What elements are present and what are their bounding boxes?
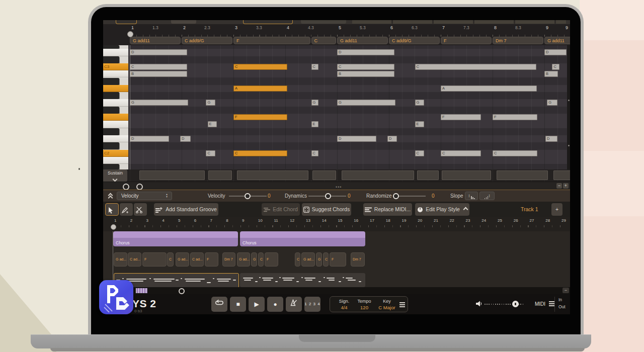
count-in-button[interactable]: 1 2 3 4 (304, 297, 320, 312)
midi-note-D[interactable]: D (544, 49, 567, 55)
partial-tab[interactable] (301, 20, 346, 24)
sustain-block[interactable] (139, 170, 205, 180)
draw-tool-button[interactable] (120, 203, 133, 216)
add-track-button[interactable]: + (551, 203, 562, 216)
midi-note-C[interactable]: C (337, 64, 394, 70)
song-chord-block[interactable]: C (323, 252, 329, 267)
midi-menu-icon[interactable] (549, 303, 554, 304)
chord-chip[interactable]: G add11 (544, 37, 570, 44)
loop-button[interactable] (211, 297, 227, 312)
midi-note-B[interactable]: B (130, 71, 187, 77)
sustain-block[interactable] (442, 170, 491, 180)
select-tool-button[interactable] (105, 203, 119, 216)
dynamics-slider[interactable] (308, 196, 346, 197)
midi-note-F[interactable]: F (233, 114, 287, 120)
piano-roll-grid[interactable]: DDDCCCCCCBBBAAGGGGGGFFFEEEDDDDDCCCCCC (128, 45, 567, 169)
song-chord-block[interactable]: G ad... (176, 252, 189, 267)
record-button[interactable]: ● (267, 297, 283, 312)
piano-key-C#3[interactable] (103, 56, 128, 63)
midi-note-C[interactable]: C (441, 150, 481, 156)
midi-note-C[interactable]: C (233, 64, 287, 70)
play-button[interactable]: ▶ (249, 297, 265, 312)
song-chord-block[interactable]: C (258, 252, 264, 267)
midi-note-A[interactable]: A (233, 85, 287, 92)
midi-note-G[interactable]: G (337, 100, 395, 106)
song-chord-block[interactable]: Dm 7 (351, 252, 365, 267)
dynamics-knob[interactable] (325, 193, 331, 199)
piano-key-A#2[interactable] (103, 78, 128, 85)
sustain-block[interactable] (417, 170, 439, 180)
piano-keyboard[interactable]: C3C2 (103, 45, 128, 169)
midi-note-D[interactable]: D (387, 136, 397, 142)
volume-knob[interactable] (512, 301, 519, 307)
song-section-chorus[interactable]: Chorus (113, 231, 238, 246)
song-chord-block[interactable]: F (265, 252, 278, 267)
zoom-in-button[interactable]: + (563, 183, 569, 189)
sustain-block[interactable] (312, 170, 336, 180)
timeline-ruler[interactable]: 1234567891.32.33.34.35.36.37.38.39 (103, 24, 570, 37)
add-standard-groove-button[interactable]: Add Standard Groove (154, 203, 218, 216)
chord-chip[interactable]: C add9/G (182, 37, 232, 44)
piano-key-A2-highlighted[interactable] (103, 85, 128, 92)
zoom-out-button[interactable]: − (556, 183, 562, 189)
piano-key-G2[interactable] (103, 99, 128, 106)
midi-note-G[interactable]: G (415, 100, 425, 106)
sustain-block[interactable] (237, 170, 308, 180)
song-chord-block[interactable]: Dm 7 (222, 252, 235, 267)
piano-key-C2-highlighted[interactable]: C2 (103, 150, 128, 157)
replace-midi-button[interactable]: Replace MIDI... (363, 203, 412, 216)
piano-key-C3-highlighted[interactable]: C3 (103, 63, 128, 70)
velocity-slider[interactable] (229, 196, 267, 197)
midi-note-C[interactable]: C (493, 150, 537, 156)
playhead-marker[interactable] (127, 31, 133, 37)
chord-chip[interactable]: C add9/G (389, 37, 440, 44)
song-playhead-marker[interactable] (111, 224, 116, 230)
midi-note-C[interactable]: C (415, 64, 536, 70)
slope-down-button[interactable]: ↕ (465, 192, 478, 200)
edit-chord-button[interactable]: Edit Chord (262, 203, 300, 216)
tempo-field[interactable]: Tempo120 (354, 299, 374, 310)
cut-tool-button[interactable] (134, 203, 147, 216)
midi-note-A[interactable]: A (441, 85, 537, 92)
song-chord-block[interactable]: F (330, 252, 346, 267)
midi-note-D[interactable]: D (545, 136, 557, 142)
song-chord-block[interactable]: G ad... (114, 252, 127, 267)
volume-slider[interactable] (485, 304, 525, 305)
chord-chip[interactable]: C (311, 37, 337, 44)
song-section-chorus[interactable]: Chorus (240, 231, 365, 246)
midi-out-label[interactable]: Out (558, 304, 566, 309)
partial-tab[interactable] (116, 20, 137, 24)
overview-collapse-button[interactable]: − (562, 288, 569, 293)
chord-chip[interactable]: G add11 (337, 37, 388, 44)
slope-up-button[interactable]: ↕ (479, 192, 495, 200)
partial-tab[interactable] (243, 20, 293, 24)
lane-type-dropdown[interactable]: Velocity ▲▼ (117, 192, 172, 200)
song-chord-block[interactable]: F (205, 252, 218, 267)
chord-chip[interactable]: F (233, 37, 310, 44)
overview-position-handle[interactable] (179, 288, 185, 294)
piano-key-D#2[interactable] (103, 128, 128, 135)
randomize-slider[interactable] (394, 196, 426, 197)
song-ruler[interactable]: 1234567891011121314151617181920212223242… (103, 217, 570, 231)
sustain-block[interactable] (208, 170, 232, 180)
signature-field[interactable]: Sign.4/4 (335, 299, 353, 310)
midi-note-F[interactable]: F (441, 114, 481, 120)
midi-note-C[interactable]: C (311, 150, 318, 156)
chord-chip[interactable]: Dm 7 (493, 37, 543, 44)
song-chord-block[interactable]: C ad... (128, 252, 141, 267)
song-chord-block[interactable]: C (167, 252, 174, 267)
midi-note-C[interactable]: C (130, 64, 187, 70)
stop-button[interactable]: ■ (230, 297, 246, 312)
midi-note-G[interactable]: G (547, 100, 557, 106)
sustain-lane-header[interactable]: Sustain (103, 169, 127, 182)
midi-note-B[interactable]: B (337, 71, 394, 77)
midi-note-F[interactable]: F (493, 114, 537, 120)
midi-note-E[interactable]: E (415, 121, 425, 127)
midi-note-B[interactable]: B (544, 71, 558, 77)
partial-tab[interactable] (171, 20, 196, 24)
midi-note-G[interactable]: G (130, 100, 188, 106)
midi-note-D[interactable]: D (180, 136, 191, 142)
midi-note-D[interactable]: D (130, 136, 169, 142)
chord-chip[interactable]: G add11 (130, 37, 181, 44)
song-chord-block[interactable]: G (316, 252, 322, 267)
